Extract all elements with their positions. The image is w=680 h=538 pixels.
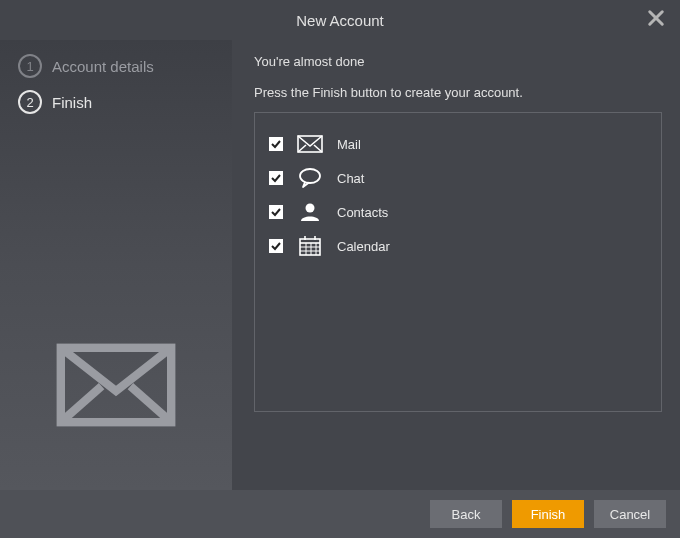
option-contacts: Contacts bbox=[269, 195, 647, 229]
options-panel: Mail Chat bbox=[254, 112, 662, 412]
svg-point-9 bbox=[306, 204, 315, 213]
almost-done-text: You're almost done bbox=[254, 54, 662, 69]
sidebar-illustration bbox=[0, 340, 232, 430]
svg-line-3 bbox=[61, 386, 102, 422]
check-icon bbox=[270, 138, 282, 150]
option-label: Chat bbox=[337, 171, 364, 186]
step-label: Account details bbox=[52, 58, 154, 75]
check-icon bbox=[270, 172, 282, 184]
close-icon bbox=[646, 8, 666, 28]
back-button[interactable]: Back bbox=[430, 500, 502, 528]
svg-line-4 bbox=[130, 386, 171, 422]
chat-checkbox[interactable] bbox=[269, 171, 283, 185]
svg-line-7 bbox=[314, 145, 322, 152]
check-icon bbox=[270, 240, 282, 252]
option-chat: Chat bbox=[269, 161, 647, 195]
instruction-text: Press the Finish button to create your a… bbox=[254, 85, 662, 100]
calendar-icon bbox=[297, 235, 323, 257]
option-mail: Mail bbox=[269, 127, 647, 161]
option-label: Calendar bbox=[337, 239, 390, 254]
svg-point-8 bbox=[300, 169, 320, 183]
option-label: Contacts bbox=[337, 205, 388, 220]
calendar-checkbox[interactable] bbox=[269, 239, 283, 253]
option-label: Mail bbox=[337, 137, 361, 152]
finish-button[interactable]: Finish bbox=[512, 500, 584, 528]
envelope-large-icon bbox=[56, 340, 176, 430]
dialog-footer: Back Finish Cancel bbox=[0, 490, 680, 538]
dialog-title: New Account bbox=[0, 12, 680, 29]
contacts-checkbox[interactable] bbox=[269, 205, 283, 219]
svg-line-6 bbox=[298, 145, 306, 152]
step-number-icon: 2 bbox=[18, 90, 42, 114]
option-calendar: Calendar bbox=[269, 229, 647, 263]
step-finish: 2 Finish bbox=[18, 90, 232, 114]
close-button[interactable] bbox=[646, 8, 666, 28]
wizard-main: You're almost done Press the Finish butt… bbox=[232, 40, 680, 490]
wizard-sidebar: 1 Account details 2 Finish bbox=[0, 40, 232, 490]
check-icon bbox=[270, 206, 282, 218]
step-account-details: 1 Account details bbox=[18, 54, 232, 78]
chat-icon bbox=[297, 167, 323, 189]
mail-icon bbox=[297, 133, 323, 155]
contacts-icon bbox=[297, 201, 323, 223]
step-number-icon: 1 bbox=[18, 54, 42, 78]
mail-checkbox[interactable] bbox=[269, 137, 283, 151]
step-label: Finish bbox=[52, 94, 92, 111]
cancel-button[interactable]: Cancel bbox=[594, 500, 666, 528]
